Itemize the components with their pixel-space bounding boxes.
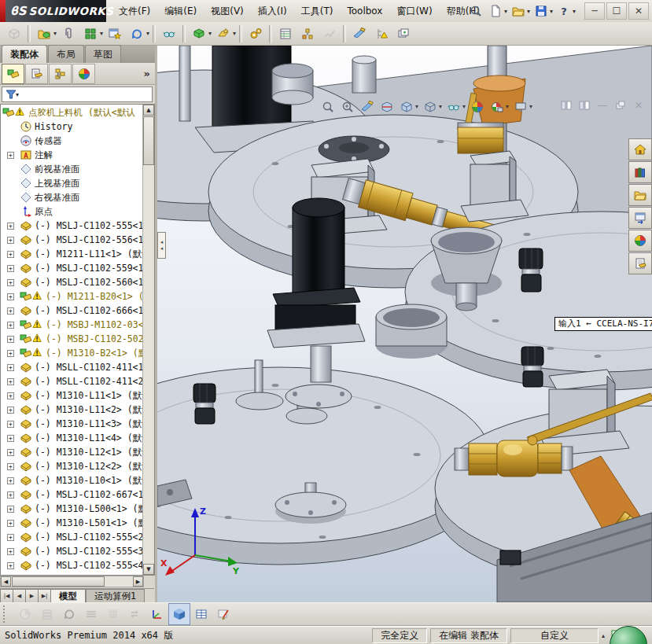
expand-icon[interactable]: +	[7, 350, 14, 357]
tree-item[interactable]: +(-) MSBJ-M1102-03<1>	[1, 318, 144, 332]
view-palette-tab[interactable]	[628, 207, 652, 229]
insert-component-button-dropdown[interactable]: ▾	[53, 30, 57, 37]
hide-show-items-button-dropdown[interactable]: ▾	[462, 103, 466, 110]
tree-item[interactable]: +(-) M1310-L11<1> (默认<	[1, 388, 144, 403]
tree-item[interactable]: +(-) M1310-L11<2> (默认<	[1, 403, 144, 417]
new-motion-study-button[interactable]	[245, 23, 267, 45]
tree-item[interactable]: +(-) MSLJ-C1102-560<1> (	[1, 275, 144, 289]
maximize-button[interactable]: ☐	[606, 2, 627, 20]
tree-item[interactable]: +(-) M1310-L11<3> (默认<	[1, 417, 144, 431]
scroll-right-button[interactable]: ▶	[133, 576, 143, 587]
tree-horizontal-scrollbar[interactable]: ◀ ▶	[0, 576, 144, 587]
doc-restore-button[interactable]	[613, 99, 628, 111]
scroll-left-button[interactable]: ◀	[1, 576, 11, 587]
tree-item[interactable]: +(-) M1211-L11<1> (默认<	[1, 247, 144, 261]
tree-item[interactable]: +A注解	[1, 148, 144, 162]
zoom-to-fit-button[interactable]	[319, 98, 337, 116]
tree-item[interactable]: +(-) MSLL-C1102-411<2> (	[1, 374, 144, 388]
tab-model[interactable]: 模型	[50, 589, 86, 603]
configurationmanager-tab[interactable]	[49, 64, 72, 84]
expand-icon[interactable]: +	[7, 251, 14, 258]
tree-item[interactable]: +(-) M1211-B20<1> (默	[1, 289, 144, 304]
next-tab-button[interactable]: ▶	[25, 589, 39, 603]
tab-layout[interactable]: 布局	[48, 45, 84, 63]
view-settings-button-dropdown[interactable]: ▾	[529, 103, 532, 110]
assembly-features-button[interactable]	[188, 23, 210, 45]
section-view-button[interactable]	[378, 98, 396, 116]
view-orientation-button[interactable]	[397, 98, 415, 116]
manager-tabs-overflow[interactable]: »	[144, 68, 150, 79]
hscroll-thumb[interactable]	[12, 576, 105, 587]
scroll-up-button[interactable]: ▲	[143, 105, 154, 116]
reference-geometry-button[interactable]	[212, 23, 234, 45]
tree-item[interactable]: +(-) M1310-L500<1> (默认	[1, 502, 144, 516]
expand-icon[interactable]: +	[7, 322, 14, 329]
expand-icon[interactable]: +	[7, 435, 14, 442]
expand-icon[interactable]: +	[7, 223, 14, 230]
mate-button[interactable]	[57, 23, 79, 45]
tree-item[interactable]: 原点	[1, 204, 144, 219]
expand-icon[interactable]: +	[7, 477, 14, 484]
status-caret-icon[interactable]: ▴	[602, 632, 605, 639]
tree-item[interactable]: +(-) MSBJ-C1102-502<1	[1, 332, 144, 346]
expand-icon[interactable]: +	[7, 307, 14, 315]
filter-caret-icon[interactable]: ▾	[16, 91, 19, 98]
displaymanager-tab[interactable]	[72, 64, 95, 84]
new-file-button-dropdown[interactable]: ▾	[504, 8, 507, 15]
tab-assembly[interactable]: 装配体	[2, 45, 47, 63]
move-component-button-dropdown[interactable]: ▾	[146, 30, 149, 37]
tree-item[interactable]: +(-) MSLJ-C1102-555<4> (	[1, 558, 144, 572]
last-tab-button[interactable]: ▶|	[38, 589, 51, 603]
update-references-button[interactable]	[370, 23, 392, 45]
assembly-features-button-dropdown[interactable]: ▾	[208, 30, 212, 37]
hide-show-items-button[interactable]	[444, 98, 462, 116]
first-tab-button[interactable]: |◀	[0, 589, 13, 603]
expand-icon[interactable]: +	[7, 449, 14, 456]
zoom-to-area-button[interactable]	[338, 98, 356, 116]
prev-tab-button[interactable]: ◀	[13, 589, 26, 603]
pane-left-button[interactable]	[559, 99, 573, 111]
custom-properties-tab[interactable]	[628, 252, 652, 274]
tree-item[interactable]: +(-) MSLJ-C1102-556<1> (	[1, 233, 144, 247]
file-explorer-tab[interactable]	[628, 184, 652, 206]
shaded-view-button[interactable]	[168, 603, 190, 625]
save-button[interactable]	[532, 2, 551, 20]
tree-vertical-scrollbar[interactable]: ▲ ▼	[142, 105, 154, 575]
tree-item[interactable]: +(-) M1310-L11<4> (默认<	[1, 431, 144, 445]
design-table-button[interactable]	[190, 603, 212, 625]
menu-insert[interactable]: 插入(I)	[251, 2, 294, 21]
expand-icon[interactable]: +	[7, 548, 14, 555]
instant3d-button[interactable]	[348, 23, 370, 45]
expand-icon[interactable]: +	[7, 463, 14, 470]
sketch-annotation-button[interactable]	[212, 603, 234, 625]
smart-fasteners-button[interactable]	[104, 23, 126, 45]
view-orientation-button-dropdown[interactable]: ▾	[415, 103, 418, 110]
tree-item[interactable]: History	[1, 120, 144, 134]
vscroll-thumb[interactable]	[143, 116, 154, 165]
tree-root-item[interactable]: 点胶机上料机 (默认<默认	[1, 105, 144, 120]
menu-tools[interactable]: 工具(T)	[294, 2, 341, 21]
doc-close-button[interactable]: ✕	[632, 99, 646, 111]
solidworks-resources-tab[interactable]	[628, 138, 652, 160]
edit-appearance-button[interactable]	[468, 98, 486, 116]
doc-minimize-button[interactable]: —	[595, 99, 610, 111]
tree-item[interactable]: +(-) M1310-L12<2> (默认<	[1, 459, 144, 473]
tree-item[interactable]: +(-) MSLJ-C1102-555<2> (	[1, 530, 144, 544]
linear-pattern-button-dropdown[interactable]: ▾	[100, 30, 103, 37]
tree-item[interactable]: 前视基准面	[1, 162, 144, 176]
help-button-dropdown[interactable]: ▾	[573, 8, 576, 15]
new-file-button[interactable]	[486, 2, 505, 20]
menu-toolbox[interactable]: Toolbox	[340, 2, 389, 20]
expand-icon[interactable]: +	[7, 378, 14, 385]
expand-icon[interactable]: +	[7, 534, 14, 541]
display-style-button[interactable]	[421, 98, 439, 116]
tree-item[interactable]: +(-) M1310-L12<1> (默认<	[1, 445, 144, 459]
expand-icon[interactable]: +	[7, 491, 14, 499]
open-file-button[interactable]	[509, 2, 528, 20]
expand-icon[interactable]: +	[7, 265, 14, 272]
appearances-scenes-tab[interactable]	[628, 230, 652, 252]
tree-item[interactable]: +(-) MSLJ-C1102-666<1> (	[1, 304, 144, 318]
tab-motion-study-1[interactable]: 运动算例1	[86, 589, 145, 603]
bill-of-materials-button[interactable]	[274, 23, 297, 45]
propertymanager-tab[interactable]	[25, 64, 48, 84]
